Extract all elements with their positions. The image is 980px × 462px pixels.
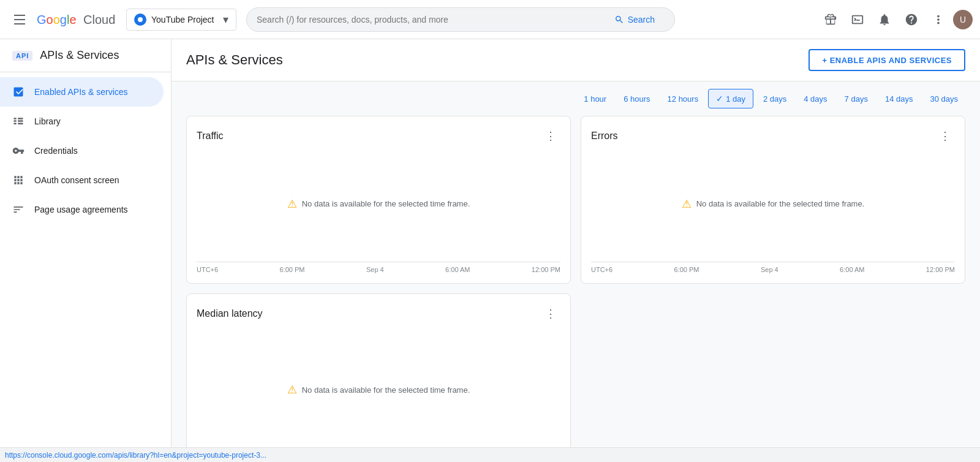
- sidebar-item-library[interactable]: Library: [0, 107, 164, 136]
- traffic-more-icon: ⋮: [545, 129, 556, 143]
- time-selector: 1 hour 6 hours 12 hours ✓ 1 day 2 days 4…: [172, 81, 980, 116]
- errors-chart-axis: UTC+6 6:00 PM Sep 4 6:00 AM 12:00 PM: [591, 262, 955, 273]
- google-cloud-logo-svg: Google Cloud: [37, 12, 116, 28]
- traffic-warning-icon: ⚠: [287, 197, 297, 211]
- errors-axis-label-4: 12:00 PM: [926, 266, 955, 273]
- time-btn-1d[interactable]: ✓ 1 day: [708, 89, 753, 108]
- enabled-apis-icon: [12, 86, 24, 98]
- errors-warning-icon: ⚠: [682, 197, 692, 211]
- project-selector[interactable]: YouTube Project ▾: [126, 9, 236, 31]
- google-cloud-logo[interactable]: Google Cloud: [37, 12, 116, 28]
- time-btn-1h[interactable]: 1 hour: [576, 89, 614, 108]
- sidebar: API APIs & Services Enabled APIs & servi…: [0, 39, 172, 462]
- svg-text:Cloud: Cloud: [83, 13, 115, 26]
- sidebar-item-label-page-usage: Page usage agreements: [34, 205, 128, 214]
- latency-chart-header: Median latency ⋮: [197, 304, 560, 324]
- traffic-chart-body: ⚠ No data is available for the selected …: [197, 151, 560, 273]
- errors-chart-empty: ⚠ No data is available for the selected …: [591, 151, 955, 257]
- traffic-chart-card: Traffic ⋮ ⚠ No data is available for the…: [186, 116, 571, 284]
- traffic-chart-axis: UTC+6 6:00 PM Sep 4 6:00 AM 12:00 PM: [197, 262, 560, 273]
- search-input[interactable]: [257, 15, 605, 25]
- notifications-icon-button[interactable]: [872, 7, 897, 32]
- traffic-axis-label-0: UTC+6: [197, 266, 218, 273]
- errors-more-button[interactable]: ⋮: [935, 126, 955, 146]
- page-header: APIs & Services + ENABLE APIS AND SERVIC…: [172, 39, 980, 81]
- traffic-more-button[interactable]: ⋮: [541, 126, 560, 146]
- enable-apis-button[interactable]: + ENABLE APIS AND SERVICES: [809, 49, 965, 71]
- traffic-no-data-msg: ⚠ No data is available for the selected …: [287, 197, 470, 211]
- time-btn-12h[interactable]: 12 hours: [660, 89, 706, 108]
- errors-axis-label-2: Sep 4: [761, 266, 778, 273]
- url-bar: https://console.cloud.google.com/apis/li…: [0, 447, 980, 462]
- api-badge: API: [12, 51, 32, 61]
- sidebar-nav: Enabled APIs & services Library Credenti…: [0, 72, 171, 229]
- nav-actions: U: [818, 7, 973, 32]
- sidebar-item-label-library: Library: [34, 116, 61, 126]
- errors-chart-body: ⚠ No data is available for the selected …: [591, 151, 955, 273]
- sidebar-item-label-credentials: Credentials: [34, 146, 78, 156]
- errors-chart-card: Errors ⋮ ⚠ No data is available for the …: [581, 116, 965, 284]
- url-bar-text: https://console.cloud.google.com/apis/li…: [5, 451, 266, 460]
- library-icon: [12, 115, 24, 127]
- chevron-down-icon: ▾: [223, 13, 228, 26]
- traffic-chart-header: Traffic ⋮: [197, 126, 560, 146]
- checkmark-icon: ✓: [716, 94, 723, 104]
- main-content: APIs & Services + ENABLE APIS AND SERVIC…: [172, 39, 980, 462]
- sidebar-item-label-oauth: OAuth consent screen: [34, 175, 119, 185]
- time-btn-6h[interactable]: 6 hours: [616, 89, 657, 108]
- latency-more-button[interactable]: ⋮: [541, 304, 560, 324]
- search-bar: Search: [246, 7, 675, 32]
- more-vert-icon-button[interactable]: [926, 7, 951, 32]
- search-icon: [614, 15, 624, 25]
- empty-chart-placeholder: [581, 293, 965, 461]
- project-name: YouTube Project: [151, 15, 218, 25]
- time-btn-30d[interactable]: 30 days: [922, 89, 965, 108]
- sidebar-item-enabled[interactable]: Enabled APIs & services: [0, 77, 164, 107]
- latency-more-icon: ⋮: [545, 307, 556, 320]
- latency-chart-card: Median latency ⋮ ⚠ No data is available …: [186, 293, 571, 461]
- credentials-icon: [12, 145, 24, 157]
- page-title: APIs & Services: [186, 52, 283, 68]
- errors-no-data-msg: ⚠ No data is available for the selected …: [682, 197, 865, 211]
- sidebar-title: APIs & Services: [40, 49, 119, 62]
- more-vert-icon: [932, 13, 945, 26]
- user-avatar[interactable]: U: [953, 10, 973, 29]
- traffic-axis-label-3: 6:00 AM: [445, 266, 470, 273]
- project-dot: [134, 13, 146, 26]
- help-icon-button[interactable]: [899, 7, 924, 32]
- time-btn-4d[interactable]: 4 days: [796, 89, 834, 108]
- errors-axis-label-0: UTC+6: [591, 266, 612, 273]
- menu-icon[interactable]: [7, 7, 32, 32]
- traffic-chart-empty: ⚠ No data is available for the selected …: [197, 151, 560, 257]
- traffic-axis-label-1: 6:00 PM: [280, 266, 305, 273]
- terminal-icon-button[interactable]: [845, 7, 870, 32]
- errors-axis-label-1: 6:00 PM: [674, 266, 699, 273]
- latency-chart-empty: ⚠ No data is available for the selected …: [197, 328, 560, 451]
- time-btn-14d[interactable]: 14 days: [878, 89, 921, 108]
- gift-icon: [824, 13, 837, 26]
- errors-more-icon: ⋮: [940, 129, 951, 143]
- charts-row-1: Traffic ⋮ ⚠ No data is available for the…: [186, 116, 965, 284]
- page-usage-icon: [12, 203, 24, 216]
- help-icon: [905, 13, 918, 26]
- traffic-axis-label-2: Sep 4: [366, 266, 384, 273]
- time-btn-2d[interactable]: 2 days: [756, 89, 794, 108]
- gift-icon-button[interactable]: [818, 7, 843, 32]
- latency-no-data-msg: ⚠ No data is available for the selected …: [287, 383, 470, 396]
- sidebar-item-credentials[interactable]: Credentials: [0, 136, 164, 165]
- oauth-icon: [12, 174, 24, 186]
- time-btn-7d[interactable]: 7 days: [837, 89, 875, 108]
- errors-axis-label-3: 6:00 AM: [840, 266, 864, 273]
- errors-chart-title: Errors: [591, 131, 618, 142]
- top-nav: Google Cloud YouTube Project ▾ Search: [0, 0, 980, 39]
- sidebar-item-page-usage[interactable]: Page usage agreements: [0, 195, 164, 224]
- search-button[interactable]: Search: [605, 7, 665, 32]
- latency-warning-icon: ⚠: [287, 383, 297, 396]
- terminal-icon: [851, 13, 864, 26]
- sidebar-item-oauth[interactable]: OAuth consent screen: [0, 165, 164, 195]
- notifications-icon: [878, 13, 891, 26]
- main-layout: API APIs & Services Enabled APIs & servi…: [0, 39, 980, 462]
- traffic-axis-label-4: 12:00 PM: [532, 266, 560, 273]
- charts-row-2: Median latency ⋮ ⚠ No data is available …: [186, 293, 965, 461]
- latency-chart-body: ⚠ No data is available for the selected …: [197, 328, 560, 451]
